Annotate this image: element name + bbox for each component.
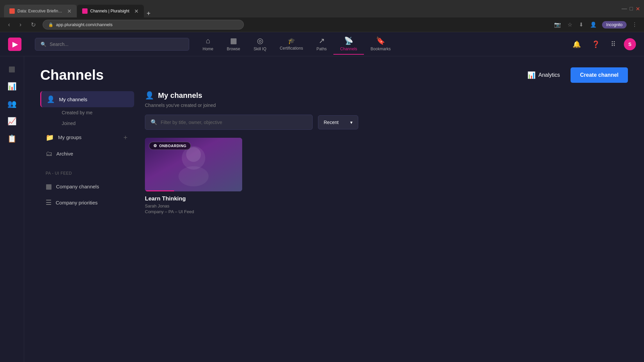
add-group-button[interactable]: ＋: [122, 133, 129, 142]
company-priorities-icon: ☰: [46, 198, 52, 206]
left-nav-panel: 👤 My channels Created by me Joined 📁: [40, 91, 134, 351]
my-channels-subtitle: Channels you've created or joined: [145, 103, 628, 108]
pluralsight-logo[interactable]: ▶: [8, 38, 21, 51]
nav-label-paths: Paths: [316, 47, 327, 51]
my-groups-label: My groups: [58, 134, 82, 140]
content: Channels 📊 Analytics Create channel 👤 My…: [24, 56, 644, 362]
nav-item-skillio[interactable]: ◎ Skill IQ: [247, 34, 273, 55]
archive-nav-item[interactable]: 🗂 Archive: [40, 146, 134, 162]
close-window-button[interactable]: ✕: [636, 6, 640, 12]
new-tab-button[interactable]: +: [144, 10, 153, 17]
nav-item-home[interactable]: ⌂ Home: [196, 34, 220, 55]
lock-icon: 🔒: [48, 22, 53, 27]
tab-channels[interactable]: Channels | Pluralsight ✕: [77, 5, 144, 17]
sidebar-users-icon[interactable]: 👥: [5, 97, 19, 111]
analytics-chart-icon: 📊: [527, 71, 536, 79]
filter-row: 🔍 Recent ▾: [145, 115, 628, 130]
nav-item-paths[interactable]: ↗ Paths: [310, 34, 333, 55]
tab-title-1: Data: Executive Briefing | Plurals...: [17, 9, 64, 13]
sort-label: Recent: [324, 120, 338, 125]
top-nav: ▶ 🔍 ⌂ Home ▦ Browse ◎ Skill IQ 🎓 Certifi…: [0, 32, 644, 56]
nav-label-certifications: Certifications: [280, 46, 303, 51]
archive-icon: 🗂: [46, 150, 52, 158]
notifications-button[interactable]: 🔔: [570, 38, 584, 51]
back-button[interactable]: ‹: [5, 20, 13, 29]
more-options-icon[interactable]: ⋮: [631, 20, 639, 29]
my-channels-icon: 👤: [47, 95, 55, 103]
my-channels-section-title: 👤 My channels: [145, 91, 628, 100]
company-channels-nav-item[interactable]: ▦ Company channels: [40, 178, 134, 194]
address-text: app.pluralsight.com/channels: [56, 22, 112, 27]
main-panel-header: 👤 My channels Channels you've created or…: [145, 91, 628, 108]
search-input[interactable]: [50, 42, 183, 47]
inner-content: 👤 My channels Created by me Joined 📁: [24, 91, 644, 362]
page-header-actions: 📊 Analytics Create channel: [522, 67, 628, 83]
address-bar-row: ‹ › ↻ 🔒 app.pluralsight.com/channels 📷 ☆…: [0, 17, 644, 32]
page-header: Channels 📊 Analytics Create channel: [24, 56, 644, 91]
main-layout: ▦ 📊 👥 📈 📋 Channels 📊 Analytics Create ch…: [0, 56, 644, 362]
my-groups-nav-item[interactable]: 📁 My groups ＋: [40, 129, 134, 146]
company-section-title: PA - UI FEED: [40, 168, 134, 178]
sidebar-list-icon[interactable]: 📋: [5, 131, 19, 146]
certifications-icon: 🎓: [288, 37, 295, 45]
filter-search-icon: 🔍: [151, 119, 157, 125]
channel-thumbnail: ⚙ ONBOARDING: [145, 138, 242, 191]
channels-icon: 📡: [344, 37, 353, 45]
badge-icon: ⚙: [153, 143, 157, 148]
created-by-me-label: Created by me: [62, 110, 93, 115]
minimize-button[interactable]: —: [622, 6, 627, 12]
filter-input[interactable]: [161, 120, 307, 125]
analytics-button[interactable]: 📊 Analytics: [522, 68, 565, 82]
company-priorities-nav-item[interactable]: ☰ Company priorities: [40, 194, 134, 210]
company-section: PA - UI FEED ▦ Company channels ☰ Compan…: [40, 168, 134, 210]
help-button[interactable]: ❓: [589, 38, 603, 51]
nav-item-certifications[interactable]: 🎓 Certifications: [273, 35, 310, 54]
nav-item-channels[interactable]: 📡 Channels: [333, 34, 364, 55]
search-bar[interactable]: 🔍: [35, 38, 189, 51]
joined-nav-item[interactable]: Joined: [56, 118, 134, 129]
tab-close-1[interactable]: ✕: [67, 8, 71, 14]
profile-icon[interactable]: 👤: [589, 20, 598, 29]
browse-icon: ▦: [230, 37, 237, 45]
nav-item-bookmarks[interactable]: 🔖 Bookmarks: [364, 34, 397, 55]
browser-chrome: Data: Executive Briefing | Plurals... ✕ …: [0, 0, 644, 17]
top-nav-right: 🔔 ❓ ⠿ S: [570, 38, 636, 51]
filter-input-container[interactable]: 🔍: [145, 115, 313, 130]
sort-dropdown[interactable]: Recent ▾: [318, 115, 358, 129]
channels-grid: ⚙ ONBOARDING Learn Thinking Sarah Jonas …: [145, 138, 628, 214]
channel-card-learn-thinking[interactable]: ⚙ ONBOARDING Learn Thinking Sarah Jonas …: [145, 138, 242, 214]
apps-button[interactable]: ⠿: [608, 38, 619, 51]
forward-button[interactable]: ›: [17, 20, 24, 29]
my-channels-section-icon: 👤: [145, 91, 154, 100]
page-title: Channels: [40, 67, 104, 83]
company-priorities-label: Company priorities: [56, 200, 98, 205]
channel-company: Company – PA – UI Feed: [145, 209, 242, 214]
camera-off-icon[interactable]: 📷: [553, 20, 562, 29]
bookmark-star-icon[interactable]: ☆: [566, 20, 574, 29]
svg-point-3: [178, 166, 209, 186]
address-bar[interactable]: 🔒 app.pluralsight.com/channels: [43, 20, 244, 29]
create-channel-button[interactable]: Create channel: [571, 67, 628, 83]
refresh-button[interactable]: ↻: [28, 20, 39, 30]
window-controls: — □ ✕: [622, 6, 640, 12]
incognito-button[interactable]: Incognito: [602, 21, 627, 28]
sidebar-icons: ▦ 📊 👥 📈 📋: [0, 56, 24, 362]
nav-item-browse[interactable]: ▦ Browse: [220, 34, 247, 55]
skillio-icon: ◎: [257, 37, 263, 45]
sidebar-grid-icon[interactable]: ▦: [5, 62, 19, 76]
avatar[interactable]: S: [624, 38, 636, 50]
sidebar-analytics-icon[interactable]: 📈: [5, 114, 19, 129]
download-icon[interactable]: ⬇: [578, 20, 585, 29]
created-by-me-nav-item[interactable]: Created by me: [56, 107, 134, 118]
sidebar-chart-icon[interactable]: 📊: [5, 79, 19, 94]
nav-label-bookmarks: Bookmarks: [371, 47, 391, 51]
tab-data-briefing[interactable]: Data: Executive Briefing | Plurals... ✕: [4, 5, 77, 17]
maximize-button[interactable]: □: [630, 6, 633, 12]
tab-close-2[interactable]: ✕: [134, 8, 139, 14]
nav-label-home: Home: [203, 47, 213, 51]
search-icon: 🔍: [41, 42, 46, 47]
channel-name: Learn Thinking: [145, 195, 242, 202]
nav-label-channels: Channels: [340, 47, 357, 51]
my-groups-icon: 📁: [46, 133, 54, 141]
my-channels-nav-item[interactable]: 👤 My channels: [40, 91, 134, 107]
